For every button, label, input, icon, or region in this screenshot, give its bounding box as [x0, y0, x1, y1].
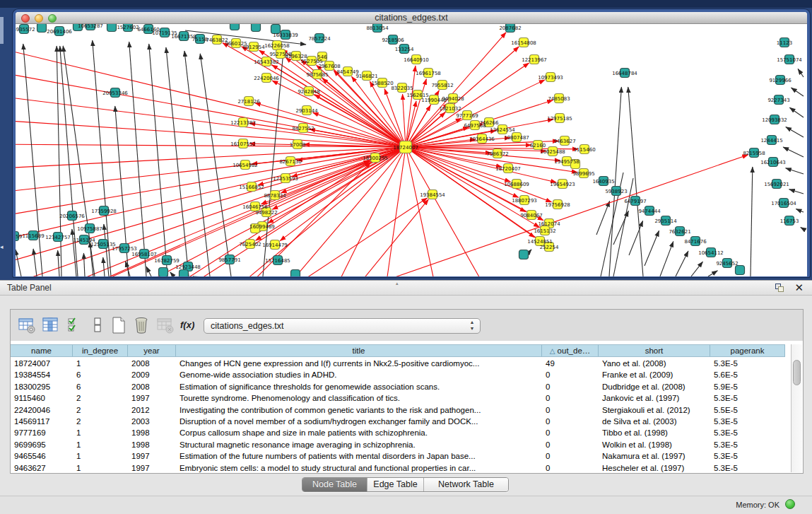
- column-header-title[interactable]: title: [176, 345, 542, 356]
- table-cell: 5.5E-5: [710, 404, 785, 416]
- graph-node[interactable]: [37, 24, 47, 33]
- status-bar: Memory: OK: [0, 496, 812, 514]
- table-cell: Jankovic et al. (1997): [599, 392, 710, 404]
- graph-node-label: 20364436: [469, 136, 495, 142]
- graph-node[interactable]: [519, 250, 529, 259]
- vertical-scrollbar[interactable]: [791, 344, 802, 472]
- graph-node-label: 8322035: [391, 86, 413, 91]
- table-row[interactable]: 911546021997Tourette syndrome. Phenomeno…: [11, 392, 785, 404]
- graph-node-label: 9227343: [767, 98, 789, 103]
- table-selector-combobox[interactable]: citations_edges.txt ▲▼: [204, 318, 481, 334]
- table-row[interactable]: 969969511998Structural magnetic resonanc…: [11, 439, 785, 450]
- memory-ok-icon[interactable]: [785, 499, 795, 509]
- tab-edge-table[interactable]: Edge Table: [367, 478, 424, 491]
- graph-node-label: 16958107: [131, 252, 157, 257]
- citation-edge-red: [406, 147, 440, 276]
- table-cell: Wolkin et al. (1998): [599, 439, 710, 450]
- table-row[interactable]: 977716911998Corpus callosum shape and si…: [11, 427, 785, 438]
- close-panel-icon[interactable]: ✕: [794, 281, 804, 294]
- graph-node-label: 8267130: [279, 159, 301, 165]
- select-attributes-icon[interactable]: [66, 316, 84, 334]
- table-row[interactable]: 946554611997Estimation of the future num…: [11, 450, 785, 462]
- graph-node-label: 1615132: [534, 228, 555, 234]
- graph-node[interactable]: [736, 266, 745, 275]
- table-cell: 2003: [128, 416, 176, 427]
- graph-node[interactable]: [291, 270, 300, 277]
- table-cell: 1: [73, 427, 128, 438]
- table-cell: 2012: [128, 404, 176, 416]
- graph-node-label: 10688609: [504, 182, 529, 187]
- graph-node-label: 9242848: [298, 89, 319, 95]
- column-chooser-icon[interactable]: [41, 316, 59, 334]
- column-header-out_de[interactable]: △ out_de…: [542, 345, 599, 356]
- graph-node[interactable]: [159, 268, 168, 277]
- table-panel-header[interactable]: ▴ Table Panel ✕: [0, 280, 812, 296]
- column-header-in_degree[interactable]: in_degree: [73, 345, 128, 356]
- table-cell: Dudbridge et al. (2008): [599, 381, 710, 392]
- graph-node-label: 16107552: [230, 141, 256, 147]
- table-cell: Structural magnetic resonance image aver…: [176, 439, 542, 450]
- table-row[interactable]: 946362711997Embryonic stem cells: a mode…: [11, 462, 785, 473]
- graph-node[interactable]: [252, 24, 261, 32]
- graph-node-label: 17016504: [771, 201, 796, 206]
- graph-node-label: 10975887: [77, 226, 102, 232]
- table-cell: 5.3E-5: [710, 416, 785, 427]
- citation-edge-black: [166, 47, 189, 276]
- table-cell: 5.3E-5: [710, 450, 785, 462]
- network-canvas[interactable]: 1872400718300295193845547463822966012589…: [16, 24, 807, 276]
- table-row[interactable]: 1830029562008Estimation of significance …: [11, 381, 785, 392]
- divider-collapse-arrow-icon[interactable]: ◂: [0, 241, 6, 252]
- table-row[interactable]: 1938455462009Genome-wide association stu…: [11, 369, 785, 380]
- table-cell: 1997: [128, 392, 176, 404]
- network-graph[interactable]: 1872400718300295193845547463822966012589…: [16, 24, 807, 276]
- network-window-titlebar[interactable]: citations_edges.txt: [16, 12, 807, 24]
- scrollbar-thumb[interactable]: [793, 360, 801, 385]
- table-cell: 5.9E-5: [710, 381, 785, 392]
- table-row[interactable]: 1872400712008Changes of HCN gene express…: [11, 358, 785, 369]
- graph-node-label: 2967608: [318, 64, 340, 69]
- delete-column-icon[interactable]: [132, 316, 151, 334]
- graph-node-label: 16154808: [511, 40, 536, 46]
- graph-node-label: 16046756: [242, 204, 268, 210]
- citation-edge-black: [16, 250, 21, 276]
- graph-node[interactable]: [107, 24, 117, 32]
- citation-edge-black: [660, 241, 673, 276]
- graph-node-label: 1612074: [538, 221, 560, 227]
- graph-node-label: 7955812: [431, 83, 453, 88]
- citation-edge-red: [263, 198, 427, 276]
- control-panel-collapsed-sliver[interactable]: [0, 17, 4, 44]
- graph-node-label: 22420046: [254, 76, 279, 81]
- column-header-pagerank[interactable]: pagerank: [710, 345, 785, 356]
- delete-table-icon: [156, 316, 175, 334]
- graph-node-label: 16782759: [154, 258, 180, 264]
- graph-node-label: 19495758: [554, 159, 579, 165]
- table-cell: 2008: [128, 358, 176, 369]
- tab-network-table[interactable]: Network Table: [424, 478, 508, 491]
- table-cell: 1: [73, 450, 128, 462]
- splitter-handle-icon[interactable]: ▴: [396, 281, 399, 286]
- graph-node-label: 8813054: [366, 25, 389, 31]
- graph-node-label: 10654112: [698, 250, 724, 256]
- graph-node[interactable]: [230, 24, 240, 30]
- table-row[interactable]: 2242004622012Investigating the contribut…: [11, 404, 785, 416]
- column-header-short[interactable]: short: [599, 345, 710, 356]
- table-cell: Tourette syndrome. Phenomenology and cla…: [176, 392, 542, 404]
- table-row[interactable]: 1456911722003Disruption of a novel membe…: [11, 416, 785, 427]
- float-panel-icon[interactable]: [774, 283, 785, 293]
- tab-node-table[interactable]: Node Table: [302, 478, 367, 491]
- create-column-icon[interactable]: [110, 316, 128, 334]
- table-cell: 9777169: [11, 427, 73, 438]
- column-header-name[interactable]: name: [11, 345, 73, 356]
- function-builder-icon[interactable]: f(x): [180, 316, 199, 334]
- graph-node-label: 8471676: [684, 239, 707, 245]
- row-options-icon[interactable]: [88, 316, 107, 334]
- table-settings-icon[interactable]: [18, 316, 36, 334]
- graph-node-label: 10973493: [538, 75, 563, 81]
- graph-node[interactable]: [180, 270, 189, 277]
- table-cell: 6: [73, 369, 128, 380]
- table-cell: 2: [73, 392, 128, 404]
- graph-node-label: 13624554: [490, 127, 515, 133]
- column-header-year[interactable]: year: [128, 345, 176, 356]
- graph-node-label: 12975185: [547, 116, 572, 122]
- graph-node-label: 15166852: [239, 185, 264, 190]
